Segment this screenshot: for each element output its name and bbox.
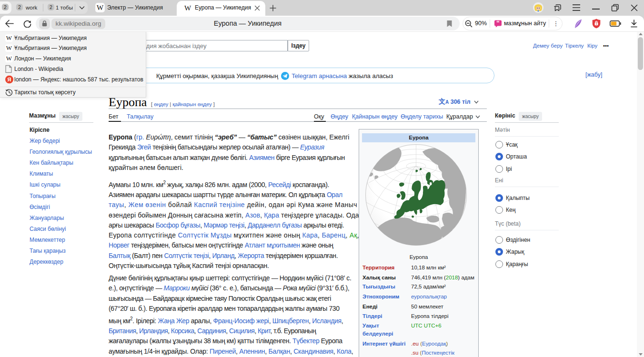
svg-text:“: “ — [496, 20, 500, 26]
svg-text:Я: Я — [8, 77, 11, 82]
